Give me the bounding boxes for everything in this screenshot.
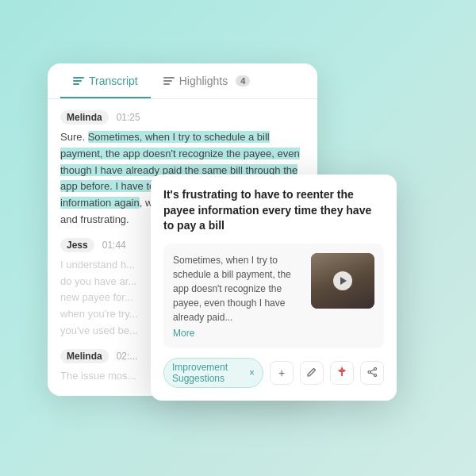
pin-icon: [337, 366, 347, 379]
tab-highlights-label: Highlights: [179, 75, 228, 87]
text-before: Sure.: [60, 131, 88, 143]
speaker-row-1: Melinda 01:25: [60, 110, 305, 125]
transcript-icon: [73, 77, 84, 85]
popup-quote-text: Sometimes, when I try to schedule a bill…: [173, 253, 303, 324]
tag-chip: Improvement Suggestions ×: [163, 358, 263, 388]
svg-line-7: [370, 373, 374, 374]
svg-line-6: [370, 370, 374, 371]
timestamp-3: 02:...: [117, 351, 138, 362]
edit-icon: [307, 367, 317, 379]
svg-rect-1: [163, 80, 172, 82]
popup-title: It's frustrating to have to reenter the …: [163, 187, 384, 234]
speaker-jess: Jess: [60, 238, 94, 252]
pin-button[interactable]: [330, 361, 354, 385]
timestamp-1: 01:25: [117, 112, 140, 123]
tab-highlights[interactable]: Highlights 4: [151, 63, 263, 98]
svg-rect-0: [163, 77, 175, 79]
tab-transcript[interactable]: Transcript: [60, 63, 151, 98]
play-icon: [340, 277, 347, 285]
popup-quote-block: Sometimes, when I try to schedule a bill…: [173, 253, 303, 339]
timestamp-2: 01:44: [102, 240, 126, 251]
speaker-melinda-2: Melinda: [60, 349, 109, 363]
speaker-melinda-1: Melinda: [60, 110, 109, 125]
svg-point-3: [374, 367, 376, 370]
tag-label: Improvement Suggestions: [172, 362, 244, 384]
video-thumbnail[interactable]: [311, 253, 374, 309]
edit-button[interactable]: [300, 361, 324, 385]
add-icon: +: [278, 367, 285, 379]
popup-footer: Improvement Suggestions × +: [163, 358, 384, 388]
popup-card: It's frustrating to have to reenter the …: [151, 175, 397, 401]
tag-close-button[interactable]: ×: [249, 367, 255, 378]
svg-point-4: [374, 374, 376, 376]
add-button[interactable]: +: [270, 361, 294, 385]
tab-transcript-label: Transcript: [89, 75, 138, 87]
highlights-icon: [163, 77, 175, 85]
highlights-badge: 4: [236, 75, 250, 86]
share-icon: [367, 367, 378, 379]
tab-bar: Transcript Highlights 4: [48, 63, 317, 99]
svg-point-5: [368, 370, 370, 373]
popup-content-area: Sometimes, when I try to schedule a bill…: [163, 244, 384, 348]
play-button[interactable]: [333, 271, 352, 290]
svg-rect-2: [163, 83, 170, 85]
share-button[interactable]: [360, 361, 384, 385]
popup-more-link[interactable]: More: [173, 328, 303, 339]
